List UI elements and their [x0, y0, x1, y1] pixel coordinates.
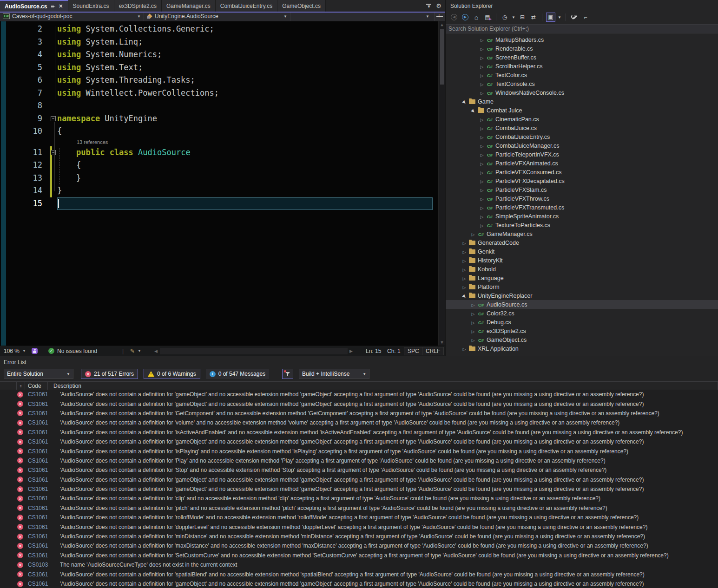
split-editor-button[interactable]: [434, 12, 445, 21]
tree-item-particlevfxconsumed-cs[interactable]: ▷C#ParticleVFXConsumed.cs: [446, 168, 718, 176]
error-code-link[interactable]: CS1061: [28, 391, 56, 398]
project-dropdown[interactable]: C# Caves-of-qud-godot-poc ▼: [0, 12, 144, 21]
error-code-link[interactable]: CS1061: [28, 401, 56, 407]
codelens-references[interactable]: 13 references: [0, 138, 438, 146]
chevron-collapsed-icon[interactable]: ▷: [478, 63, 486, 70]
symbol-dropdown[interactable]: UnityEngine.AudioSource ▼: [144, 12, 290, 21]
tab-combatjuiceentry-cs[interactable]: CombatJuiceEntry.cs: [216, 0, 277, 12]
error-code-link[interactable]: CS1061: [28, 419, 56, 426]
error-row[interactable]: ×CS1061'AudioSource' does not contain a …: [0, 569, 718, 579]
error-code-link[interactable]: CS1061: [28, 571, 56, 578]
chevron-collapsed-icon[interactable]: ▷: [478, 204, 486, 211]
accessibility-icon[interactable]: [32, 346, 38, 356]
error-code-link[interactable]: CS1061: [28, 486, 56, 492]
error-code-link[interactable]: CS1061: [28, 438, 56, 445]
chevron-collapsed-icon[interactable]: ▷: [478, 178, 486, 184]
tree-item-windowsnativeconsole-cs[interactable]: ▷C#WindowsNativeConsole.cs: [446, 88, 718, 97]
tree-item-textconsole-cs[interactable]: ▷C#TextConsole.cs: [446, 79, 718, 88]
error-code-link[interactable]: CS1061: [28, 552, 56, 559]
tree-item-combatjuice-cs[interactable]: ▷C#CombatJuice.cs: [446, 124, 718, 132]
chevron-collapsed-icon[interactable]: ▷: [469, 337, 477, 343]
tree-item-markupshaders-cs[interactable]: ▷C#MarkupShaders.cs: [446, 35, 718, 44]
error-row[interactable]: ×CS1061'AudioSource' does not contain a …: [0, 399, 718, 408]
error-row[interactable]: ×CS1061'AudioSource' does not contain a …: [0, 522, 718, 531]
tree-item-platform[interactable]: ▷Platform: [446, 282, 718, 291]
tree-item-game[interactable]: ▶Game: [446, 97, 718, 106]
tree-item-screenbuffer-cs[interactable]: ▷C#ScreenBuffer.cs: [446, 53, 718, 62]
tab-gamemanager-cs[interactable]: GameManager.cs: [162, 0, 216, 12]
tree-item-kobold[interactable]: ▷Kobold: [446, 265, 718, 274]
tab-ex3dsprite2-cs[interactable]: ex3DSprite2.cs: [114, 0, 162, 12]
chevron-collapsed-icon[interactable]: ▷: [469, 310, 477, 317]
chevron-collapsed-icon[interactable]: ▷: [478, 46, 486, 52]
chevron-collapsed-icon[interactable]: ▷: [461, 240, 468, 246]
tree-item-combatjuicemanager-cs[interactable]: ▷C#CombatJuiceManager.cs: [446, 141, 718, 150]
tree-item-scrollbarhelper-cs[interactable]: ▷C#ScrollbarHelper.cs: [446, 62, 718, 71]
tab-audiosource-cs[interactable]: AudioSource.cs✕: [0, 0, 68, 12]
tree-item-gamemanager-cs[interactable]: ▷C#GameManager.cs: [446, 229, 718, 238]
chevron-collapsed-icon[interactable]: ▷: [461, 346, 468, 352]
chevron-collapsed-icon[interactable]: ▷: [469, 319, 477, 326]
chevron-expanded-icon[interactable]: ▶: [461, 293, 468, 299]
chevron-collapsed-icon[interactable]: ▷: [478, 54, 486, 61]
chevron-collapsed-icon[interactable]: ▷: [478, 143, 486, 149]
tree-item-color32-cs[interactable]: ▷C#Color32.cs: [446, 309, 718, 318]
chevron-collapsed-icon[interactable]: ▷: [478, 134, 486, 140]
preview-selected-items-toggle[interactable]: ▣: [546, 13, 555, 22]
error-row[interactable]: ×CS1061'AudioSource' does not contain a …: [0, 456, 718, 465]
tree-item-particlevfxdecapitated-cs[interactable]: ▷C#ParticleVFXDecapitated.cs: [446, 176, 718, 185]
chevron-down-icon[interactable]: ▼: [426, 14, 429, 19]
scope-filter-dropdown[interactable]: Entire Solution▼: [4, 369, 73, 379]
tree-item-textcolor-cs[interactable]: ▷C#TextColor.cs: [446, 71, 718, 79]
chevron-collapsed-icon[interactable]: ▷: [478, 222, 486, 229]
chevron-collapsed-icon[interactable]: ▷: [461, 275, 468, 281]
code-editor[interactable]: 2using System.Collections.Generic;3using…: [0, 21, 445, 346]
warnings-filter-button[interactable]: 0 of 6 Warnings: [144, 369, 200, 379]
tree-item-genkit[interactable]: ▷Genkit: [446, 247, 718, 256]
forward-button[interactable]: ▶: [461, 13, 470, 22]
scrollbar-thumb[interactable]: [440, 29, 444, 85]
chevron-collapsed-icon[interactable]: ▷: [478, 125, 486, 131]
status-line-ending[interactable]: CRLF: [422, 346, 444, 356]
error-code-link[interactable]: CS0103: [28, 562, 56, 568]
chevron-down-icon[interactable]: ▼: [511, 13, 516, 22]
chevron-collapsed-icon[interactable]: ▷: [478, 72, 486, 78]
error-row[interactable]: ×CS1061'AudioSource' does not contain a …: [0, 475, 718, 484]
error-row[interactable]: ×CS1061'AudioSource' does not contain a …: [0, 446, 718, 456]
errors-filter-button[interactable]: × 21 of 517 Errors: [81, 369, 138, 379]
gear-icon[interactable]: ⚙: [436, 2, 441, 9]
tree-item-texturetoparticles-cs[interactable]: ▷C#TextureToParticles.cs: [446, 221, 718, 229]
chevron-collapsed-icon[interactable]: ▷: [478, 169, 486, 176]
error-row[interactable]: ×CS1061'AudioSource' does not contain a …: [0, 390, 718, 399]
error-code-link[interactable]: CS1061: [28, 467, 56, 473]
chevron-collapsed-icon[interactable]: ▷: [478, 116, 486, 123]
tree-item-particlevfxslam-cs[interactable]: ▷C#ParticleVFXSlam.cs: [446, 185, 718, 194]
tree-item-combatjuiceentry-cs[interactable]: ▷C#CombatJuiceEntry.cs: [446, 132, 718, 141]
tree-item-renderable-cs[interactable]: ▷C#Renderable.cs: [446, 44, 718, 53]
zoom-control[interactable]: 106 % ▼: [4, 346, 26, 356]
tree-item-cinematicpan-cs[interactable]: ▷C#CinematicPan.cs: [446, 115, 718, 124]
chevron-collapsed-icon[interactable]: ▷: [461, 248, 468, 255]
error-row[interactable]: ×CS1061'AudioSource' does not contain a …: [0, 532, 718, 541]
chevron-collapsed-icon[interactable]: ▷: [469, 301, 477, 308]
error-code-link[interactable]: CS1061: [28, 495, 56, 502]
pin-icon[interactable]: [51, 4, 55, 9]
error-row[interactable]: ×CS1061'AudioSource' does not contain a …: [0, 579, 718, 588]
chevron-expanded-icon[interactable]: ▶: [469, 107, 477, 114]
close-icon[interactable]: ✕: [59, 4, 63, 9]
error-row[interactable]: ×CS1061'AudioSource' does not contain a …: [0, 409, 718, 418]
error-row[interactable]: ×CS1061'AudioSource' does not contain a …: [0, 418, 718, 427]
tree-item-particleteleportinvfx-cs[interactable]: ▷C#ParticleTeleportInVFX.cs: [446, 150, 718, 159]
error-code-link[interactable]: CS1061: [28, 581, 56, 587]
error-row[interactable]: ×CS1061'AudioSource' does not contain a …: [0, 465, 718, 475]
document-list-icon[interactable]: ▼: [426, 4, 431, 8]
tree-item-language[interactable]: ▷Language: [446, 274, 718, 282]
error-row[interactable]: ×CS1061'AudioSource' does not contain a …: [0, 513, 718, 522]
scroll-down-icon[interactable]: ▼: [439, 340, 445, 345]
issues-status[interactable]: ✓ No issues found: [48, 346, 97, 356]
error-row[interactable]: ×CS0103The name 'AudioSourceCurveType' d…: [0, 560, 718, 569]
error-code-link[interactable]: CS1061: [28, 477, 56, 483]
source-filter-dropdown[interactable]: Build + IntelliSense▼: [299, 369, 369, 379]
tree-item-ex3dsprite2-cs[interactable]: ▷C#ex3DSprite2.cs: [446, 327, 718, 335]
status-indent-mode[interactable]: SPC: [404, 346, 423, 356]
